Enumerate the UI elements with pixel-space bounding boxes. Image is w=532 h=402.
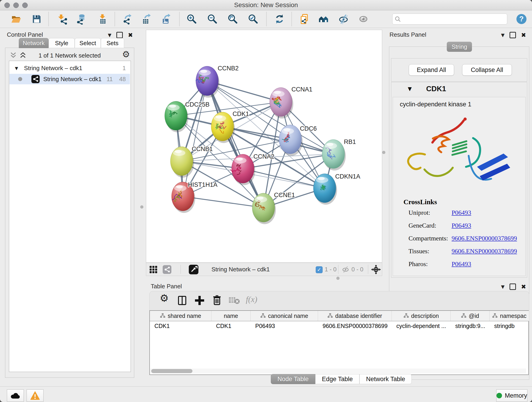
close-panel-icon[interactable]: ✖ xyxy=(128,32,133,38)
grid-view-icon[interactable] xyxy=(149,266,158,274)
tab-string[interactable]: String xyxy=(447,42,472,52)
search-input[interactable] xyxy=(403,16,507,23)
search-field[interactable] xyxy=(392,13,507,25)
crosslink-label: Tissues: xyxy=(409,248,429,255)
panel-menu-icon[interactable]: ▼ xyxy=(501,284,505,289)
collapse-all-button[interactable]: Collapse All xyxy=(462,64,512,76)
close-panel-icon[interactable]: ✖ xyxy=(521,32,526,38)
float-panel-icon[interactable] xyxy=(510,32,516,38)
table-hscrollbar-thumb[interactable] xyxy=(151,369,192,373)
zoom-selected-button[interactable] xyxy=(248,13,259,25)
gene-details: cyclin-dependent kinase 1 CrossLinks Uni… xyxy=(393,97,526,276)
tab-sets[interactable]: Sets xyxy=(101,38,124,48)
node-label-CDC25B: CDC25B xyxy=(185,101,210,108)
cloud-status-button[interactable] xyxy=(7,389,24,402)
tab-edge-table[interactable]: Edge Table xyxy=(315,374,360,384)
crosslink-value-link[interactable]: 9606.ENSP00000378699 xyxy=(452,235,517,242)
edge-CCNB2-CCNE1[interactable] xyxy=(207,81,264,208)
table-cell: CDK1 xyxy=(150,321,211,331)
function-builder-icon[interactable]: f(x) xyxy=(246,294,257,304)
column-header-label: shared name xyxy=(168,313,201,319)
export-table-button[interactable] xyxy=(141,13,152,25)
panel-menu-icon[interactable]: ▼ xyxy=(108,32,111,38)
table-options-gear-icon[interactable]: ⚙ xyxy=(160,292,169,304)
collapse-tree-icon[interactable]: ▼ xyxy=(15,66,18,70)
column-header-canonical-name[interactable]: canonical name xyxy=(251,311,318,321)
network-share-view-icon[interactable] xyxy=(163,265,171,274)
crosslink-row: Tissues:9606.ENSP00000378699 xyxy=(393,248,525,260)
add-column-icon[interactable] xyxy=(194,294,206,306)
documents-network-icon xyxy=(299,13,310,25)
column-header--id[interactable]: @id xyxy=(451,311,490,321)
zoom-out-button[interactable] xyxy=(207,13,218,25)
open-folder-icon xyxy=(11,13,22,25)
edge-count: 48 xyxy=(119,76,126,83)
horizontal-splitter-handle[interactable] xyxy=(336,277,340,280)
export-image-button[interactable] xyxy=(161,13,172,25)
column-header-name[interactable]: name xyxy=(211,311,251,321)
crosslink-label: GeneCard: xyxy=(409,222,436,229)
save-session-button[interactable] xyxy=(31,13,42,25)
apply-layout-button[interactable] xyxy=(274,13,285,25)
birds-eye-view-icon[interactable] xyxy=(189,265,198,274)
table-cell: 9606.ENSP00000378699 xyxy=(318,321,392,331)
node-label-HIST1H1A: HIST1H1A xyxy=(188,181,217,188)
first-neighbors-button[interactable] xyxy=(318,13,329,25)
export-network-button[interactable] xyxy=(122,13,133,25)
import-network-file-button[interactable] xyxy=(57,13,68,25)
memory-button[interactable]: Memory xyxy=(496,389,527,402)
table-hscrollbar[interactable] xyxy=(150,369,526,374)
zoom-in-button[interactable] xyxy=(186,13,197,25)
right-splitter-handle[interactable] xyxy=(382,151,385,154)
pan-crosshair-icon[interactable] xyxy=(371,265,381,274)
tab-style[interactable]: Style xyxy=(49,38,75,48)
network-canvas[interactable]: CCNB2CCNA1CDC25BCDK1CDC6RB1CCNB1CCNA2CDK… xyxy=(146,30,382,263)
crosslink-value-link[interactable]: P06493 xyxy=(452,222,471,229)
column-header-database-identifier[interactable]: database identifier xyxy=(318,311,392,321)
network-view-title: String Network – cdk1 xyxy=(211,263,270,276)
selected-checkbox[interactable]: ✓ xyxy=(316,266,323,273)
left-splitter-handle[interactable] xyxy=(140,205,143,209)
delete-column-icon[interactable] xyxy=(211,294,223,306)
import-network-database-button[interactable] xyxy=(75,13,86,25)
tab-network-table[interactable]: Network Table xyxy=(360,374,412,384)
edge-CCNB2-HIST1H1A[interactable] xyxy=(183,81,207,196)
close-panel-icon[interactable]: ✖ xyxy=(521,283,526,290)
column-header-description[interactable]: description xyxy=(392,311,451,321)
tab-node-table[interactable]: Node Table xyxy=(271,374,315,384)
open-session-button[interactable] xyxy=(11,13,22,25)
show-columns-icon[interactable] xyxy=(176,294,188,306)
new-network-from-selection-button[interactable] xyxy=(299,13,310,25)
column-header-namespac[interactable]: namespac xyxy=(490,311,529,321)
node-label-RB1: RB1 xyxy=(344,138,356,145)
table-row[interactable]: CDK1CDK1P064939606.ENSP00000378699cyclin… xyxy=(150,321,529,331)
help-button[interactable]: ? xyxy=(516,13,527,25)
hide-selection-button[interactable] xyxy=(338,13,349,25)
collapse-section-icon[interactable]: ▼ xyxy=(408,86,412,92)
show-all-button[interactable] xyxy=(358,13,369,25)
column-tree-icon xyxy=(260,313,266,319)
network-options-gear-icon[interactable]: ⚙ xyxy=(122,49,130,59)
tab-network[interactable]: Network xyxy=(19,38,49,48)
delete-table-icon[interactable] xyxy=(228,296,240,305)
warnings-button[interactable] xyxy=(27,389,44,402)
column-header-shared-name[interactable]: shared name xyxy=(150,311,211,321)
cloud-icon xyxy=(10,392,20,399)
float-panel-icon[interactable] xyxy=(510,283,516,290)
float-panel-icon[interactable] xyxy=(116,32,123,38)
column-header-label: description xyxy=(411,313,439,319)
zoom-fit-button[interactable] xyxy=(227,13,238,25)
network-row-selected[interactable]: String Network – cdk1 11 48 xyxy=(9,74,130,84)
import-table-file-button[interactable] xyxy=(97,13,108,25)
refresh-icon xyxy=(274,13,285,25)
network-collection-row[interactable]: ▼ String Network – cdk1 1 xyxy=(9,63,130,73)
status-bar: Memory xyxy=(0,386,532,402)
crosslink-value-link[interactable]: 9606.ENSP00000378699 xyxy=(452,248,517,255)
panel-menu-icon[interactable]: ▼ xyxy=(501,32,505,38)
window-title: Session: New Session xyxy=(0,0,532,10)
crosslink-value-link[interactable]: P06493 xyxy=(452,209,471,216)
tab-select[interactable]: Select xyxy=(75,38,101,48)
expand-all-button[interactable]: Expand All xyxy=(409,64,454,76)
column-tree-icon xyxy=(492,313,498,319)
crosslink-value-link[interactable]: P06493 xyxy=(452,260,471,268)
